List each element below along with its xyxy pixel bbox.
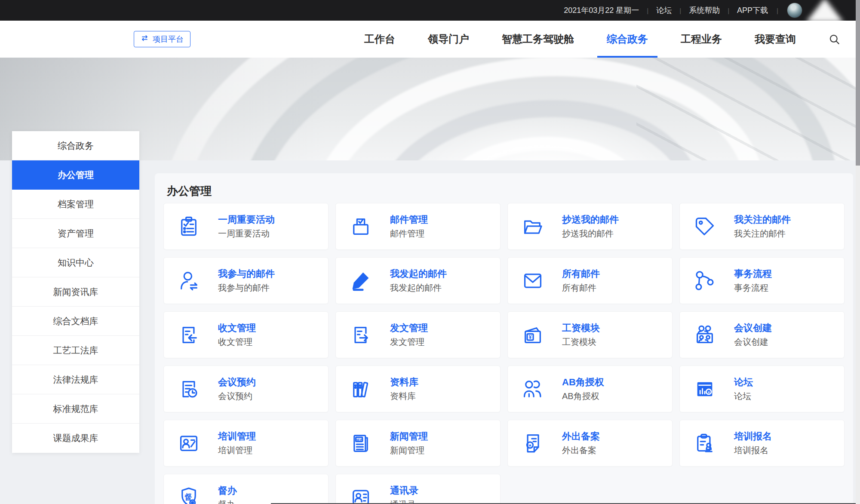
sidebar-item-document-library[interactable]: 综合文档库 <box>12 307 139 336</box>
card-title: 外出备案 <box>562 432 600 441</box>
card-subtitle: 我发起的邮件 <box>390 283 447 292</box>
sidebar-item-law-library[interactable]: 法律法规库 <box>12 365 139 394</box>
meeting-group-icon <box>694 324 716 346</box>
app-card-incoming-docs[interactable]: 收文管理 收文管理 <box>163 311 329 358</box>
app-card-training-management[interactable]: 培训管理 培训管理 <box>163 420 329 467</box>
card-subtitle: 邮件管理 <box>390 229 428 238</box>
card-title: AB角授权 <box>562 378 604 387</box>
card-title: 论坛 <box>734 378 753 387</box>
card-subtitle: 一周重要活动 <box>218 229 275 238</box>
topbar-date: 2021年03月22 星期一 <box>564 5 639 15</box>
nav-item-engineering[interactable]: 工程业务 <box>681 21 722 58</box>
card-text: 发文管理 发文管理 <box>390 323 428 346</box>
app-card-outgoing-docs[interactable]: 发文管理 发文管理 <box>335 311 501 358</box>
card-subtitle: 工资模块 <box>562 338 600 346</box>
topbar-link-text[interactable]: APP下载 <box>737 5 768 15</box>
sidebar: 综合政务 办公管理档案管理资产管理知识中心新闻资讯库综合文档库工艺工法库法律法规… <box>12 131 139 453</box>
doc-star-icon <box>522 432 544 455</box>
app-card-cc-mail[interactable]: 抄送我的邮件 抄送我的邮件 <box>507 203 673 250</box>
topbar-link-forum: 论坛 <box>639 5 672 15</box>
app-card-news-management[interactable]: 新闻管理 新闻管理 <box>335 420 501 467</box>
pencil-icon <box>350 270 372 292</box>
main-navbar: 项目平台 工作台领导门户智慧工务驾驶舱综合政务工程业务我要查询 <box>0 21 860 58</box>
app-card-outing-record[interactable]: 外出备案 外出备案 <box>507 420 673 467</box>
card-subtitle: 所有邮件 <box>562 283 600 292</box>
app-card-supervision[interactable]: 督办 督办 <box>163 474 329 504</box>
nav-item-workbench[interactable]: 工作台 <box>364 21 395 58</box>
app-card-ab-authorization[interactable]: AB角授权 AB角授权 <box>507 366 673 412</box>
app-card-meeting-create[interactable]: 会议创建 会议创建 <box>679 311 845 358</box>
sidebar-item-craft-library[interactable]: 工艺工法库 <box>12 336 139 365</box>
card-title: 收文管理 <box>218 323 256 333</box>
user-sync-icon <box>178 270 200 292</box>
card-text: 论坛 论坛 <box>734 378 753 400</box>
card-text: 我发起的邮件 我发起的邮件 <box>390 269 447 292</box>
tag-icon <box>694 215 716 238</box>
sidebar-item-assets[interactable]: 资产管理 <box>12 219 139 248</box>
card-title: 培训管理 <box>218 432 256 441</box>
project-platform-button[interactable]: 项目平台 <box>134 31 190 47</box>
card-text: 所有邮件 所有邮件 <box>562 269 600 292</box>
card-title: 新闻管理 <box>390 432 428 441</box>
sidebar-item-knowledge[interactable]: 知识中心 <box>12 248 139 277</box>
app-card-weekly-activities[interactable]: 一周重要活动 一周重要活动 <box>163 203 329 250</box>
card-subtitle: 收文管理 <box>218 338 256 346</box>
app-card-forum[interactable]: 论坛 论坛 <box>679 366 845 412</box>
card-text: 资料库 资料库 <box>390 378 418 400</box>
scrollbar-thumb[interactable] <box>856 0 860 166</box>
doc-in-icon <box>178 324 200 346</box>
app-card-mail-management[interactable]: 邮件管理 邮件管理 <box>335 203 501 250</box>
clipboard-stamp-icon <box>694 432 716 455</box>
app-card-followed-mail[interactable]: 我关注的邮件 我关注的邮件 <box>679 203 845 250</box>
section-heading: 办公管理 <box>167 184 853 199</box>
app-card-affair-flow[interactable]: 事务流程 事务流程 <box>679 257 845 304</box>
card-title: 事务流程 <box>734 269 772 279</box>
app-card-salary-module[interactable]: 工资模块 工资模块 <box>507 311 673 358</box>
app-card-participated-mail[interactable]: 我参与的邮件 我参与的邮件 <box>163 257 329 304</box>
page-scrollbar[interactable] <box>856 0 860 504</box>
card-text: 一周重要活动 一周重要活动 <box>218 215 275 238</box>
nav-item-general-affairs[interactable]: 综合政务 <box>607 21 648 58</box>
card-text: 培训报名 培训报名 <box>734 432 772 455</box>
topbar-link-text[interactable]: 论坛 <box>656 5 672 15</box>
nav-item-query[interactable]: 我要查询 <box>755 21 796 58</box>
card-title: 会议预约 <box>218 378 256 387</box>
card-subtitle: 我关注的邮件 <box>734 229 791 238</box>
shield-supervise-icon <box>178 486 200 504</box>
mail-check-icon <box>350 215 372 238</box>
app-card-all-mail[interactable]: 所有邮件 所有邮件 <box>507 257 673 304</box>
sidebar-item-archives[interactable]: 档案管理 <box>12 190 139 219</box>
users-pair-icon <box>522 378 544 400</box>
app-card-initiated-mail[interactable]: 我发起的邮件 我发起的邮件 <box>335 257 501 304</box>
search-icon[interactable] <box>829 34 840 45</box>
project-platform-label: 项目平台 <box>153 34 184 44</box>
sidebar-item-news-library[interactable]: 新闻资讯库 <box>12 277 139 307</box>
card-text: AB角授权 AB角授权 <box>562 378 604 400</box>
doc-clock-icon <box>178 378 200 400</box>
card-title: 抄送我的邮件 <box>562 215 619 224</box>
card-title: 通讯录 <box>390 486 418 495</box>
wallet-yuan-icon <box>522 324 544 346</box>
books-icon <box>350 378 372 400</box>
doc-out-icon <box>350 324 372 346</box>
sidebar-item-research-library[interactable]: 课题成果库 <box>12 424 139 453</box>
topbar-link-text[interactable]: 系统帮助 <box>689 5 720 15</box>
app-card-data-library[interactable]: 资料库 资料库 <box>335 366 501 412</box>
nav-list: 工作台领导门户智慧工务驾驶舱综合政务工程业务我要查询 <box>364 21 840 58</box>
app-card-meeting-booking[interactable]: 会议预约 会议预约 <box>163 366 329 412</box>
sidebar-item-standards-library[interactable]: 标准规范库 <box>12 394 139 424</box>
app-card-contacts[interactable]: 通讯录 通讯录 <box>335 474 501 504</box>
card-subtitle: 论坛 <box>734 392 753 400</box>
card-text: 会议预约 会议预约 <box>218 378 256 400</box>
nav-item-leader-portal[interactable]: 领导门户 <box>428 21 469 58</box>
card-text: 督办 督办 <box>218 486 237 504</box>
card-subtitle: 发文管理 <box>390 338 428 346</box>
sidebar-item-office[interactable]: 办公管理 <box>12 160 139 190</box>
card-text: 我参与的邮件 我参与的邮件 <box>218 269 275 292</box>
user-avatar[interactable] <box>787 3 802 18</box>
nav-item-smart-cockpit[interactable]: 智慧工务驾驶舱 <box>502 21 574 58</box>
swap-icon <box>141 34 149 44</box>
card-subtitle: 外出备案 <box>562 446 600 455</box>
card-title: 督办 <box>218 486 237 495</box>
app-card-training-signup[interactable]: 培训报名 培训报名 <box>679 420 845 467</box>
